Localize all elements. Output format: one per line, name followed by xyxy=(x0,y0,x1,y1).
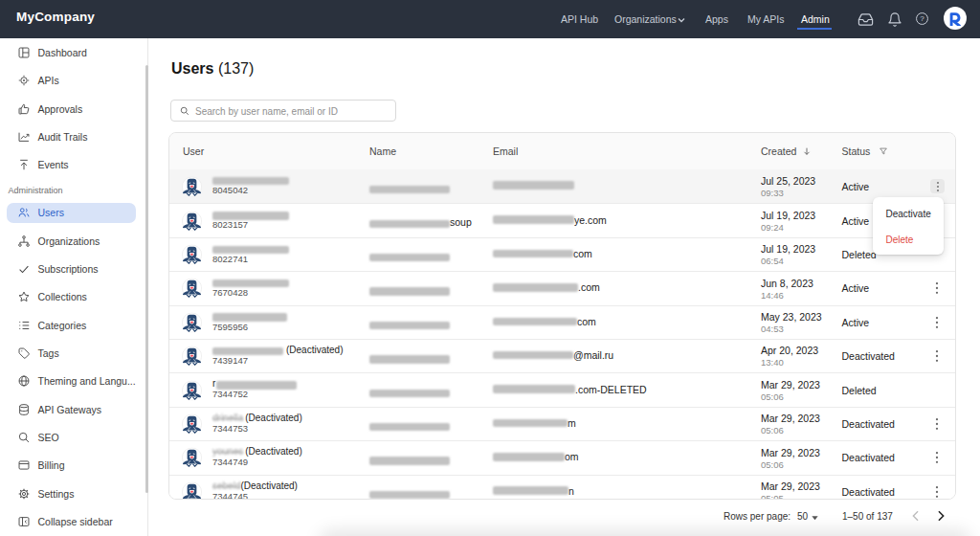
svg-text:?: ? xyxy=(920,14,924,23)
